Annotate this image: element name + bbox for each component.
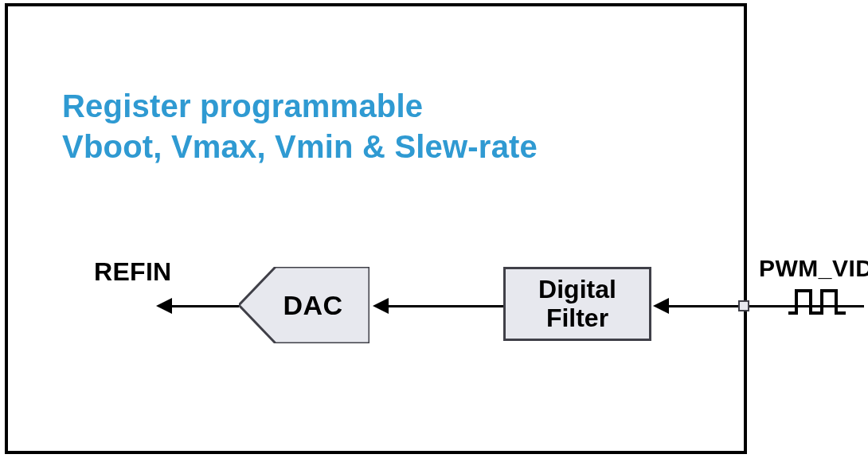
title-text: Register programmable Vboot, Vmax, Vmin … <box>62 86 538 167</box>
dac-block: DAC <box>239 267 369 343</box>
pulse-waveform-icon <box>788 288 846 315</box>
arrow-dac-to-refin-head <box>156 298 172 314</box>
arrow-dac-to-refin-line <box>170 305 239 307</box>
title-line-1: Register programmable <box>62 88 423 123</box>
dac-shape-svg <box>239 267 369 343</box>
title-line-2: Vboot, Vmax, Vmin & Slew-rate <box>62 129 538 164</box>
arrow-pin-to-filter-line <box>667 305 744 307</box>
arrow-filter-to-dac-line <box>387 305 503 307</box>
arrow-pin-to-filter-head <box>653 298 669 314</box>
refin-label: REFIN <box>94 257 172 287</box>
digital-filter-block: Digital Filter <box>503 267 651 341</box>
digital-filter-line-1: Digital <box>538 275 616 303</box>
digital-filter-line-2: Filter <box>546 303 608 332</box>
connector-pin <box>738 300 749 311</box>
arrow-filter-to-dac-head <box>373 298 389 314</box>
main-frame <box>5 3 747 454</box>
svg-marker-0 <box>239 267 369 343</box>
pwmvid-label: PWM_VID <box>759 255 868 282</box>
